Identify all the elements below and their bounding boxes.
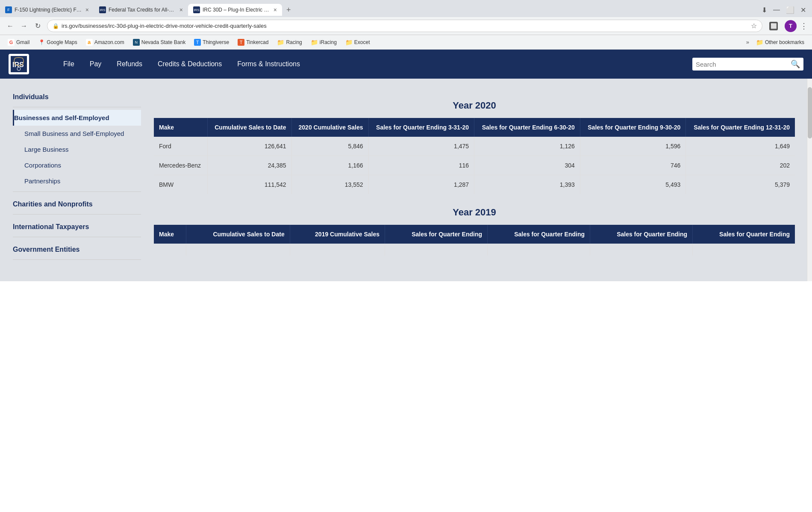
- 2019-cumulative: [186, 244, 290, 256]
- tab-3-favicon: IRS: [193, 6, 200, 13]
- year-2020-table: Make Cumulative Sales to Date 2020 Cumul…: [154, 118, 795, 194]
- year-2019-table-header: Make Cumulative Sales to Date 2019 Cumul…: [154, 225, 795, 244]
- bmw-q1: 1,287: [368, 175, 474, 194]
- bookmark-maps[interactable]: 📍 Google Maps: [35, 37, 80, 47]
- sidebar-section-intl-taxpayers[interactable]: International Taxpayers: [13, 217, 141, 234]
- col-2019-q3: Sales for Quarter Ending: [590, 225, 693, 244]
- sidebar: Individuals Businesses and Self-Employed…: [0, 87, 141, 281]
- mercedes-q1: 116: [368, 156, 474, 175]
- sidebar-item-small-business[interactable]: Small Business and Self-Employed: [13, 126, 141, 141]
- lock-icon: 🔒: [53, 23, 59, 29]
- mercedes-q4: 202: [686, 156, 795, 175]
- irs-search-button[interactable]: 🔍: [791, 59, 800, 69]
- bookmark-racing-label: Racing: [286, 39, 302, 45]
- sidebar-item-partnerships[interactable]: Partnerships: [13, 173, 141, 189]
- close-button[interactable]: ✕: [800, 6, 806, 14]
- sidebar-section-charities[interactable]: Charities and Nonprofits: [13, 194, 141, 212]
- irs-search-box[interactable]: 🔍: [692, 58, 803, 71]
- url-box[interactable]: 🔒 irs.gov/businesses/irc-30d-plug-in-ele…: [47, 20, 762, 32]
- irs-logo[interactable]: IRS: [9, 54, 43, 74]
- bookmark-other[interactable]: 📁 Other bookmarks: [753, 37, 808, 47]
- col-2019-q2: Sales for Quarter Ending: [488, 225, 590, 244]
- 2019-year-cumulative: [290, 244, 385, 256]
- maximize-button[interactable]: ⬜: [786, 6, 794, 14]
- sidebar-item-large-business[interactable]: Large Business: [13, 141, 141, 157]
- sidebar-divider-2: [13, 191, 141, 192]
- bookmark-exocet-label: Exocet: [354, 39, 370, 45]
- nav-credits-deductions[interactable]: Credits & Deductions: [150, 50, 229, 79]
- sidebar-divider-3: [13, 214, 141, 215]
- header-row: Make Cumulative Sales to Date 2020 Cumul…: [154, 118, 795, 137]
- tab-2[interactable]: IRS Federal Tax Credits for All-Electri.…: [94, 4, 188, 16]
- nav-pay[interactable]: Pay: [82, 50, 109, 79]
- year-2019-table-body: [154, 244, 795, 256]
- tinkercad-favicon: T: [238, 39, 244, 46]
- bookmark-tinkercad[interactable]: T Tinkercad: [234, 37, 272, 47]
- bookmark-thingiverse[interactable]: T Thingiverse: [191, 37, 232, 47]
- ford-make: Ford: [154, 137, 207, 156]
- racing-folder-icon: 📁: [277, 39, 284, 46]
- forward-button[interactable]: →: [18, 20, 30, 32]
- download-icon[interactable]: ⬇: [762, 6, 767, 14]
- col-q2: Sales for Quarter Ending 6-30-20: [474, 118, 580, 137]
- 2019-q1: [385, 244, 488, 256]
- tab-1-favicon: F: [5, 6, 12, 13]
- bookmark-star-icon[interactable]: ☆: [751, 22, 757, 30]
- tab-2-close[interactable]: ×: [179, 6, 183, 13]
- scrollbar[interactable]: [807, 79, 812, 281]
- more-bookmarks-button[interactable]: »: [746, 39, 749, 45]
- col-2019-q4: Sales for Quarter Ending: [693, 225, 795, 244]
- col-q3: Sales for Quarter Ending 9-30-20: [580, 118, 686, 137]
- page-inner: Individuals Businesses and Self-Employed…: [0, 79, 812, 281]
- extension-icons: ⬜: [766, 22, 781, 30]
- bookmark-gmail-label: Gmail: [16, 39, 29, 45]
- ext-icon-1[interactable]: ⬜: [769, 22, 778, 30]
- browser-frame: F F-150 Lightning (Electric) Forum × IRS…: [0, 0, 812, 281]
- window-controls: ⬇ — ⬜ ✕: [762, 6, 812, 14]
- mercedes-make: Mercedes-Benz: [154, 156, 207, 175]
- new-tab-button[interactable]: +: [282, 3, 295, 17]
- sidebar-divider-4: [13, 237, 141, 237]
- bmw-q4: 5,379: [686, 175, 795, 194]
- table-row-mercedes: Mercedes-Benz 24,385 1,166 116 304 746 2…: [154, 156, 795, 175]
- tab-1-close[interactable]: ×: [85, 6, 89, 13]
- minimize-button[interactable]: —: [773, 6, 780, 14]
- nav-refunds[interactable]: Refunds: [109, 50, 150, 79]
- col-2019-q1: Sales for Quarter Ending: [385, 225, 488, 244]
- bookmark-gmail[interactable]: G Gmail: [4, 37, 33, 47]
- browser-menu-button[interactable]: ⋮: [800, 21, 808, 31]
- content-wrapper: Individuals Businesses and Self-Employed…: [0, 79, 812, 281]
- bookmark-amazon-label: Amazon.com: [94, 39, 124, 45]
- sidebar-section-gov-entities[interactable]: Government Entities: [13, 240, 141, 257]
- 2019-make: [154, 244, 186, 256]
- bookmark-exocet[interactable]: 📁 Exocet: [342, 37, 374, 47]
- ford-q1: 1,475: [368, 137, 474, 156]
- sidebar-section-individuals[interactable]: Individuals: [13, 87, 141, 104]
- 2019-q2: [488, 244, 590, 256]
- nav-file[interactable]: File: [56, 50, 82, 79]
- tab-2-favicon: IRS: [99, 6, 106, 13]
- back-button[interactable]: ←: [4, 20, 16, 32]
- sidebar-section-businesses[interactable]: Businesses and Self-Employed: [13, 110, 141, 126]
- url-text[interactable]: irs.gov/businesses/irc-30d-plug-in-elect…: [62, 23, 748, 29]
- nav-forms-instructions[interactable]: Forms & Instructions: [229, 50, 308, 79]
- tab-1[interactable]: F F-150 Lightning (Electric) Forum ×: [0, 4, 94, 16]
- refresh-button[interactable]: ↻: [32, 20, 44, 32]
- tab-3-close[interactable]: ×: [274, 6, 277, 13]
- profile-button[interactable]: T: [785, 20, 797, 32]
- year-2019-table: Make Cumulative Sales to Date 2019 Cumul…: [154, 225, 795, 256]
- bookmark-amazon[interactable]: a Amazon.com: [82, 37, 128, 47]
- bookmark-tinkercad-label: Tinkercad: [246, 39, 268, 45]
- bookmark-racing[interactable]: 📁 Racing: [274, 37, 305, 47]
- irs-logo-svg: IRS: [11, 56, 27, 72]
- maps-favicon: 📍: [38, 39, 45, 46]
- sidebar-item-corporations[interactable]: Corporations: [13, 157, 141, 173]
- irs-search-input[interactable]: [696, 61, 788, 68]
- scrollbar-thumb[interactable]: [808, 87, 812, 138]
- bookmark-thingiverse-label: Thingiverse: [203, 39, 229, 45]
- thingiverse-favicon: T: [194, 39, 201, 46]
- tab-3[interactable]: IRS IRC 30D – Plug-In Electric Drive M..…: [188, 4, 282, 16]
- bookmark-nevada[interactable]: N Nevada State Bank: [129, 37, 189, 47]
- bookmark-iracing[interactable]: 📁 iRacing: [307, 37, 340, 47]
- tab-3-title: IRC 30D – Plug-In Electric Drive M...: [203, 7, 271, 13]
